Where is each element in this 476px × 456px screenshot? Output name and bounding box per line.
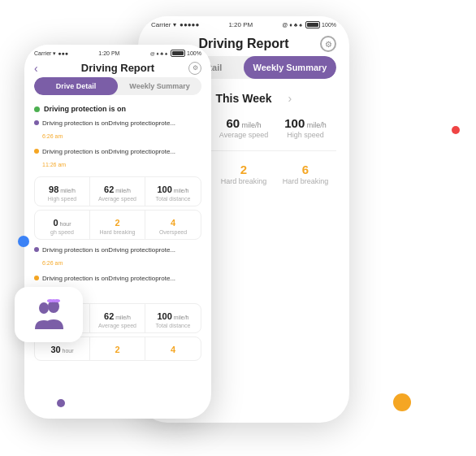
entry1-time: 6:26 am: [42, 133, 63, 139]
front-drive-entry-3: Driving protection is onDriving protecti…: [24, 243, 211, 271]
front-header: ‹ Driving Report ⚙: [24, 57, 211, 77]
front-stats-row1: 98 mile/h High speed 62 mile/h Average s…: [34, 176, 201, 206]
back-time: 1:20 PM: [228, 21, 253, 28]
front-drive-entry-2: Driving protection is onDriving protecti…: [24, 145, 211, 173]
accent-dot-purple: [57, 399, 65, 407]
front-stat-100: 100 mile/h Total distance: [145, 177, 201, 206]
back-next-week[interactable]: ›: [288, 92, 292, 105]
front-stat-2brk: 2 Hard breaking: [90, 211, 145, 239]
entry4-dot: [34, 276, 39, 280]
front-stat-62: 62 mile/h Average speed: [90, 177, 145, 206]
phone-front: Carrier ▾ ●●● 1:20 PM @ ♦ ♣ ♠ 100% ‹ Dri…: [24, 45, 211, 419]
back-gear-icon[interactable]: ⚙: [320, 36, 336, 52]
front-stat-2b: 2: [90, 337, 145, 360]
front-back-arrow[interactable]: ‹: [34, 62, 38, 75]
users-icon: [28, 297, 70, 332]
svg-point-4: [39, 302, 49, 314]
front-gear-icon[interactable]: ⚙: [188, 62, 201, 75]
back-stat-hard-breaking2: 6 Hard breaking: [275, 158, 336, 190]
front-header-title: Driving Report: [81, 62, 154, 74]
front-tab-bar: Drive Detail Weekly Summary: [34, 77, 201, 95]
front-stat-62b: 62 mile/h Average speed: [90, 304, 145, 332]
back-stat-high-speed2: 100 mile/h High speed: [275, 111, 336, 144]
entry2-dot: [34, 149, 39, 154]
back-tab-weekly-summary[interactable]: Weekly Summary: [244, 56, 336, 79]
back-stat-avg-speed: 60 mile/h Average speed: [213, 111, 275, 144]
back-stat-hard-breaking: 2 Hard breaking: [213, 158, 275, 190]
back-header-title: Driving Report: [198, 37, 288, 51]
entry2-time: 11:26 am: [42, 162, 66, 167]
front-status-icons: @ ♦ ♣ ♠ 100%: [150, 50, 201, 57]
front-stat-100b: 100 mile/h Total distance: [145, 304, 201, 332]
front-tab-weekly-summary[interactable]: Weekly Summary: [118, 77, 201, 95]
back-status-bar: Carrier ▾ ●●●●● 1:20 PM @ ♦ ♣ ♠ 100%: [138, 16, 349, 28]
entry2-title: Driving protection is onDriving protecti…: [34, 148, 201, 155]
front-protection-status: Driving protection is on: [24, 102, 211, 116]
back-status-icons: @ ♦ ♣ ♠ 100%: [282, 21, 336, 28]
entry1-dot: [34, 120, 39, 125]
front-carrier: Carrier ▾ ●●●: [34, 50, 68, 57]
accent-dot-red: [452, 126, 460, 134]
entry1-title: Driving protection is onDriving protecti…: [34, 119, 201, 127]
front-drive-entry-1: Driving protection is onDriving protecti…: [24, 116, 211, 145]
front-stat-98: 98 mile/h High speed: [35, 177, 90, 206]
protection-dot: [34, 106, 40, 112]
front-status-bar: Carrier ▾ ●●● 1:20 PM @ ♦ ♣ ♠ 100%: [24, 45, 211, 57]
front-stat-0hr: 0 hour gh speed: [35, 211, 90, 239]
front-tab-drive-detail[interactable]: Drive Detail: [34, 77, 118, 95]
accent-dot-orange: [393, 393, 411, 411]
back-carrier: Carrier ▾ ●●●●●: [151, 21, 199, 28]
entry3-time: 6:26 am: [42, 260, 63, 266]
front-stats-row2: 0 hour gh speed 2 Hard breaking 4 Oversp…: [34, 210, 201, 240]
svg-point-3: [52, 299, 55, 302]
entry3-title: Driving protection is onDriving protecti…: [34, 246, 201, 254]
front-time: 1:20 PM: [98, 50, 119, 56]
entry4-title: Driving protection is onDriving protecti…: [34, 275, 201, 282]
front-stat-4ovr: 4 Overspeed: [145, 211, 201, 239]
front-stat-4b: 4: [145, 337, 201, 360]
back-week-title: This Week: [216, 92, 272, 105]
accent-dot-blue: [18, 236, 29, 247]
entry3-dot: [34, 247, 39, 252]
protection-label: Driving protection is on: [44, 105, 126, 113]
user-card: [15, 287, 83, 342]
